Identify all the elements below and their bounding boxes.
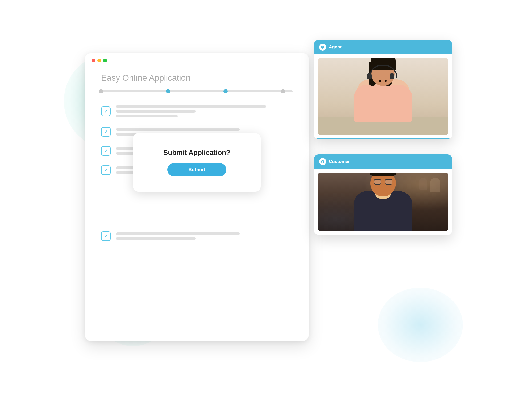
modal-title: Submit Application? <box>163 149 230 157</box>
checklist-item-5: ✓ <box>101 231 293 241</box>
agent-panel: S Agent <box>314 40 452 139</box>
progress-dot-1 <box>166 89 170 93</box>
bg-person-1 <box>430 178 440 192</box>
scene: Easy Online Application ✓ <box>80 32 452 378</box>
window-titlebar <box>85 53 309 68</box>
agent-shirt <box>354 85 412 122</box>
checkmark-5: ✓ <box>104 233 108 239</box>
agent-headphone-right <box>390 73 394 79</box>
customer-glasses <box>374 179 392 184</box>
item-line-5a <box>116 232 240 235</box>
item-line-1b <box>116 110 196 113</box>
checkmark-4: ✓ <box>104 167 108 173</box>
agent-brand-icon: S <box>319 44 326 51</box>
checkbox-5[interactable]: ✓ <box>101 231 111 241</box>
brand-logo-agent: S <box>321 45 325 49</box>
progress-track <box>101 90 293 92</box>
checkbox-3[interactable]: ✓ <box>101 146 111 156</box>
customer-hair <box>370 173 396 176</box>
bg-person-2 <box>419 178 427 190</box>
checkmark-1: ✓ <box>104 108 108 114</box>
checkmark-3: ✓ <box>104 148 108 154</box>
traffic-light-close[interactable] <box>92 59 95 62</box>
agent-video-frame <box>318 58 448 135</box>
customer-video-area <box>314 169 452 235</box>
customer-label: Customer <box>329 159 350 164</box>
progress-dot-2 <box>223 89 228 93</box>
agent-headphone-left <box>367 73 372 79</box>
checklist-item-1: ✓ <box>101 105 293 117</box>
traffic-light-minimize[interactable] <box>97 59 101 62</box>
item-line-2a <box>116 128 240 131</box>
eye-left <box>379 80 381 82</box>
agent-face-features <box>379 80 387 82</box>
agent-label: Agent <box>329 44 342 50</box>
item-line-1c <box>116 115 178 117</box>
agent-teal-strip <box>314 138 452 139</box>
glasses-right <box>385 179 392 184</box>
app-title: Easy Online Application <box>101 73 293 83</box>
item-lines-1 <box>116 105 293 117</box>
checkbox-2[interactable]: ✓ <box>101 127 111 137</box>
traffic-light-fullscreen[interactable] <box>103 59 107 62</box>
svg-text:S: S <box>322 160 324 163</box>
progress-dot-3 <box>281 89 285 93</box>
customer-panel-header: S Customer <box>314 154 452 169</box>
item-line-5b <box>116 237 196 240</box>
submit-modal: Submit Application? Submit <box>133 133 261 192</box>
customer-panel: S Customer <box>314 154 452 235</box>
checkmark-2: ✓ <box>104 129 108 135</box>
main-application-window: Easy Online Application ✓ <box>85 53 309 341</box>
agent-panel-header: S Agent <box>314 40 452 54</box>
submit-button[interactable]: Submit <box>167 163 227 176</box>
progress-dot-4 <box>99 89 103 93</box>
background-blob-bottomright <box>378 288 463 362</box>
glasses-left <box>374 179 381 184</box>
brand-logo-customer: S <box>321 159 325 164</box>
agent-video-area <box>314 54 452 139</box>
item-line-1a <box>116 105 266 108</box>
customer-brand-icon: S <box>319 158 326 165</box>
progress-bar <box>101 90 293 92</box>
checkbox-4[interactable]: ✓ <box>101 165 111 175</box>
customer-video-frame <box>318 173 448 231</box>
item-lines-5 <box>116 232 293 240</box>
glasses-bridge <box>382 182 384 182</box>
eye-right <box>385 80 387 82</box>
checkbox-1[interactable]: ✓ <box>101 106 111 116</box>
svg-text:S: S <box>322 46 324 49</box>
